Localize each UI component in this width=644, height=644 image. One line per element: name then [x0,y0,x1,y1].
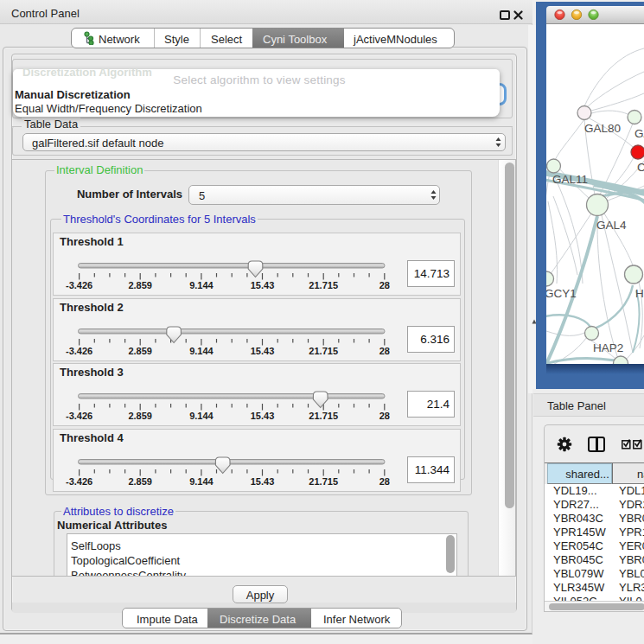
svg-text:-3.426: -3.426 [66,280,92,290]
svg-text:21.715: 21.715 [309,280,338,290]
svg-text:28: 28 [379,346,390,356]
svg-text:GAL11: GAL11 [552,173,588,186]
svg-text:21.715: 21.715 [309,346,338,356]
svg-text:21.715: 21.715 [309,476,338,487]
svg-text:28: 28 [379,280,390,290]
svg-text:9.144: 9.144 [189,280,214,290]
svg-text:9.144: 9.144 [189,346,214,356]
svg-text:GAL80: GAL80 [584,122,621,135]
svg-text:HAP2: HAP2 [593,341,623,354]
svg-text:15.43: 15.43 [251,280,275,290]
svg-text:15.43: 15.43 [251,346,275,356]
svg-text:-3.426: -3.426 [66,476,92,487]
svg-text:C: C [637,161,644,174]
svg-text:28: 28 [379,476,390,487]
svg-text:2.859: 2.859 [128,346,152,356]
svg-text:-3.426: -3.426 [66,346,92,356]
svg-text:9.144: 9.144 [189,476,214,487]
svg-text:H: H [635,287,644,300]
svg-text:2.859: 2.859 [128,476,152,487]
svg-text:9.144: 9.144 [189,411,214,421]
svg-text:21.715: 21.715 [309,411,338,421]
svg-text:28: 28 [379,411,390,421]
svg-text:2.859: 2.859 [128,280,152,290]
svg-text:15.43: 15.43 [251,476,275,487]
svg-text:-3.426: -3.426 [66,411,92,421]
svg-text:GAL4: GAL4 [596,219,627,232]
svg-text:2.859: 2.859 [128,411,152,421]
svg-text:15.43: 15.43 [251,411,275,421]
svg-text:GA: GA [634,127,644,140]
svg-text:GCY1: GCY1 [546,287,577,300]
